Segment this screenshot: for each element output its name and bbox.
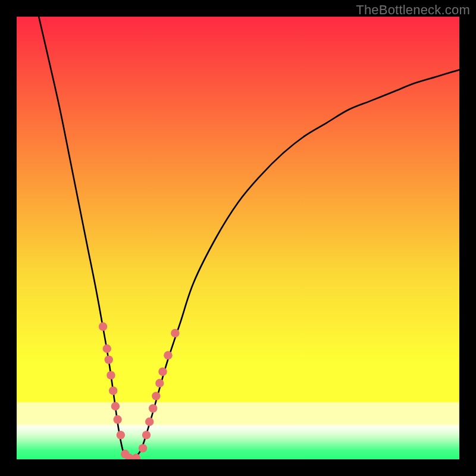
plot-area	[17, 17, 459, 459]
data-point-marker	[158, 367, 167, 375]
data-point-marker	[149, 404, 157, 412]
data-point-marker	[105, 355, 113, 364]
data-point-marker	[109, 386, 117, 394]
data-point-marker	[107, 371, 115, 379]
data-point-marker	[142, 431, 151, 439]
data-point-marker	[103, 345, 111, 353]
bottleneck-curve	[39, 17, 459, 459]
marker-layer	[99, 322, 180, 459]
data-point-marker	[117, 431, 125, 439]
data-point-marker	[164, 351, 172, 359]
data-point-marker	[111, 402, 120, 411]
data-point-marker	[155, 379, 164, 387]
data-point-marker	[139, 444, 147, 452]
watermark-text: TheBottleneck.com	[356, 2, 470, 18]
data-point-marker	[145, 418, 154, 426]
data-point-marker	[152, 392, 160, 400]
chart-frame: TheBottleneck.com	[0, 0, 476, 476]
data-point-marker	[132, 454, 140, 459]
data-point-marker	[113, 415, 121, 424]
data-point-marker	[171, 329, 179, 337]
curve-layer	[17, 17, 459, 459]
data-point-marker	[99, 322, 107, 331]
